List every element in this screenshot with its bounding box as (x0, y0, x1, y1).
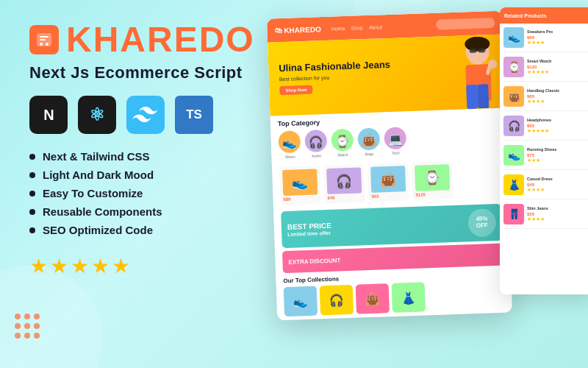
secondary-screenshot: Related Products 👟 Sneakers Pro $89 ★★★★… (500, 7, 588, 294)
typescript-icon: TS (175, 96, 213, 134)
bottom-prod-4: 👗 (392, 282, 426, 313)
cat-bag: 👜 Bags (357, 127, 380, 156)
product-card-1: 👟 $89 (279, 166, 321, 205)
secondary-product-list: 👟 Sneakers Pro $89 ★★★★ ⌚ Smart Watch $1… (500, 24, 588, 237)
sec-product-7: 👖 Slim Jeans $55 ★★★★ (503, 204, 588, 229)
sec-prod-img-7: 👖 (503, 204, 524, 224)
brand-name: KHAREDO (66, 22, 255, 57)
cat-shoes: 👟 Shoes (278, 130, 301, 159)
svg-text:🎧: 🎧 (308, 135, 323, 149)
svg-text:👜: 👜 (361, 133, 376, 148)
secondary-header: Related Products (500, 7, 588, 24)
rating-stars-bottom: ★ ★ ★ ★ ★ (29, 254, 257, 278)
left-panel: KHAREDO Next Js Ecommerce Script N ⚛ TS … (29, 22, 257, 278)
product-card-3: 👜 $65 (368, 163, 409, 202)
hero-banner: Ulina Fashionable Jeans Best collection … (268, 35, 505, 116)
product-img-4: ⌚ (415, 164, 450, 191)
svg-text:💻: 💻 (387, 132, 403, 146)
svg-rect-5 (470, 49, 477, 53)
cat-headphones: 🎧 Audio (304, 130, 327, 158)
svg-point-2 (46, 43, 49, 46)
sec-prod-info-7: Slim Jeans $55 ★★★★ (527, 206, 588, 222)
sec-prod-info-2: Smart Watch $120 ★★★★★ (527, 59, 588, 74)
secondary-header-title: Related Products (504, 13, 547, 18)
logo-area: KHAREDO (29, 22, 257, 57)
product-img-3: 👜 (370, 166, 406, 193)
bullet-4 (29, 209, 35, 215)
screenshot-nav-links: Home Shop About (331, 24, 383, 31)
sec-prod-img-6: 👗 (503, 174, 524, 195)
sec-prod-info-4: Headphones $55 ★★★★★ (527, 118, 588, 133)
sec-prod-info-5: Running Shoes $75 ★★★ (527, 147, 588, 163)
sec-product-1: 👟 Sneakers Pro $89 ★★★★ (503, 27, 588, 52)
sec-prod-img-4: 🎧 (503, 116, 524, 136)
bottom-prod-1: 👟 (284, 286, 318, 317)
nextjs-icon: N (29, 96, 68, 134)
promo-badge: 45%OFF (467, 208, 496, 237)
sec-product-6: 👗 Casual Dress $45 ★★★★ (503, 174, 588, 199)
feature-list: Next & Tailwind CSS Light And Dark Mood … (29, 150, 257, 236)
sec-product-4: 🎧 Headphones $55 ★★★★★ (503, 116, 588, 141)
sec-prod-info-1: Sneakers Pro $89 ★★★★ (527, 29, 588, 45)
sec-product-2: ⌚ Smart Watch $120 ★★★★★ (503, 57, 588, 82)
decorative-dots (15, 314, 40, 339)
feature-item-2: Light And Dark Mood (29, 169, 257, 181)
logo-icon (29, 25, 59, 54)
bottom-prod-2: 🎧 (320, 285, 354, 316)
screenshot-logo: 🛍 KHAREDO (274, 25, 321, 35)
svg-rect-6 (478, 48, 486, 52)
feature-item-3: Easy To Customize (29, 187, 257, 199)
svg-point-1 (40, 43, 43, 46)
svg-text:⌚: ⌚ (334, 134, 350, 149)
bottom-prod-3: 👜 (356, 283, 390, 314)
svg-rect-10 (477, 84, 489, 109)
bullet-1 (29, 154, 35, 160)
brand-tagline: Next Js Ecommerce Script (29, 63, 257, 82)
cat-watch: ⌚ Watch (331, 129, 354, 158)
bullet-2 (29, 172, 35, 178)
product-grid: 👟 $89 🎧 $45 👜 $65 ⌚ $120 (272, 155, 509, 208)
hero-model (437, 36, 505, 110)
feature-item-1: Next & Tailwind CSS (29, 150, 257, 163)
screenshots-panel: 🛍 KHAREDO Home Shop About Ulina Fashiona… (243, 0, 588, 368)
main-screenshot: 🛍 KHAREDO Home Shop About Ulina Fashiona… (267, 11, 512, 321)
cat-laptop: 💻 Tech (384, 127, 406, 155)
tailwind-icon (126, 96, 165, 134)
bullet-5 (29, 227, 35, 233)
sec-prod-img-2: ⌚ (503, 57, 524, 77)
sec-product-5: 👟 Running Shoes $75 ★★★ (503, 145, 588, 170)
sec-prod-info-6: Casual Dress $45 ★★★★ (527, 177, 588, 192)
sec-prod-img-3: 👜 (503, 86, 524, 107)
svg-rect-9 (466, 85, 478, 110)
feature-item-5: SEO Optimized Code (29, 224, 257, 236)
product-card-4: ⌚ $120 (412, 161, 453, 200)
hero-cta: Shop Now (279, 85, 313, 96)
product-img-2: 🎧 (326, 167, 362, 194)
tech-stack-row: N ⚛ TS (29, 96, 257, 134)
react-icon: ⚛ (78, 96, 116, 134)
promo-text-area: BEST PRICE Limited time offer (287, 221, 332, 237)
svg-text:👟: 👟 (282, 135, 298, 150)
bullet-3 (29, 191, 35, 197)
category-section: Top Category 👟 Shoes 🎧 Audio ⌚ (270, 107, 507, 163)
sec-product-3: 👜 Handbag Classic $65 ★★★★ (503, 86, 588, 111)
sec-prod-img-5: 👟 (503, 145, 524, 166)
product-card-2: 🎧 $45 (323, 164, 365, 203)
feature-item-4: Reusable Components (29, 205, 257, 218)
promo-banner: BEST PRICE Limited time offer 45%OFF (281, 204, 503, 248)
sec-prod-info-3: Handbag Classic $65 ★★★★ (527, 88, 588, 104)
sec-prod-img-1: 👟 (503, 27, 524, 48)
screenshot-search-bar (436, 18, 495, 30)
product-img-1: 👟 (282, 169, 318, 196)
category-icons-row: 👟 Shoes 🎧 Audio ⌚ Watch (278, 124, 499, 159)
